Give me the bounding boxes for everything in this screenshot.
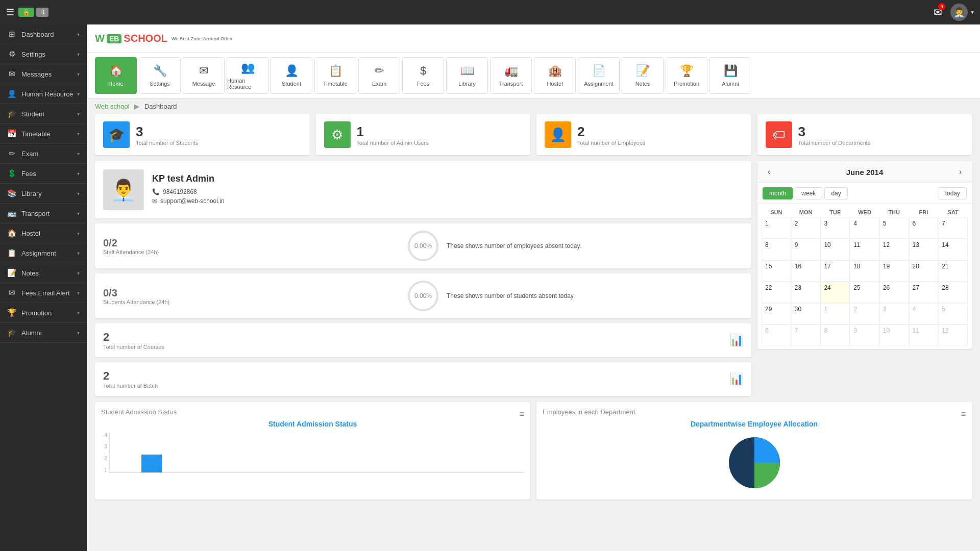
department-chart-menu-icon[interactable]: ≡ <box>961 410 966 419</box>
calendar-cell-29[interactable]: 29 <box>762 303 791 324</box>
calendar-cell-7[interactable]: 7 <box>938 217 968 239</box>
admission-chart-menu-icon[interactable]: ≡ <box>520 410 524 419</box>
breadcrumb-home[interactable]: Web school <box>95 103 130 110</box>
nav-notes[interactable]: 📝 Notes <box>622 57 664 94</box>
calendar-cell-7[interactable]: 7 <box>791 324 821 346</box>
sidebar-item-promotion[interactable]: 🏆 Promotion ▾ <box>0 303 87 323</box>
sidebar-item-student[interactable]: 🎓 Student ▾ <box>0 104 87 124</box>
sidebar-item-transport[interactable]: 🚌 Transport ▾ <box>0 204 87 223</box>
calendar-cell-8[interactable]: 8 <box>762 239 791 260</box>
calendar-cell-11[interactable]: 11 <box>909 324 939 346</box>
calendar-prev-button[interactable]: ‹ <box>765 166 773 178</box>
calendar-cell-2[interactable]: 2 <box>850 303 879 324</box>
sidebar-item-alumni[interactable]: 🎓 Alumni ▾ <box>0 323 87 343</box>
sidebar-item-assignment[interactable]: 📋 Assignment ▾ <box>0 243 87 263</box>
calendar-cell-12[interactable]: 12 <box>938 324 968 346</box>
nav-promotion[interactable]: 🏆 Promotion <box>666 57 707 94</box>
sidebar-item-hostel[interactable]: 🏠 Hostel ▾ <box>0 223 87 243</box>
calendar-cell-24[interactable]: 24 <box>820 282 850 303</box>
calendar-cell-1[interactable]: 1 <box>820 303 850 324</box>
nav-human-resource[interactable]: 👥 Human Resource <box>227 57 268 94</box>
pie-chart <box>724 432 785 493</box>
nav-home[interactable]: 🏠 Home <box>95 57 137 94</box>
calendar-cell-14[interactable]: 14 <box>938 239 968 260</box>
calendar-cell-6[interactable]: 6 <box>762 324 791 346</box>
sidebar-item-settings[interactable]: ⚙ Settings ▾ <box>0 44 87 64</box>
calendar-cell-16[interactable]: 16 <box>791 260 821 282</box>
calendar-cell-10[interactable]: 10 <box>879 324 909 346</box>
nav-assignment[interactable]: 📄 Assignment <box>578 57 620 94</box>
calendar-cell-23[interactable]: 23 <box>791 282 821 303</box>
calendar-cell-9[interactable]: 9 <box>850 324 879 346</box>
calendar-cell-9[interactable]: 9 <box>791 239 821 260</box>
calendar-cell-13[interactable]: 13 <box>909 239 939 260</box>
calendar-day-button[interactable]: day <box>824 187 847 199</box>
calendar-month-button[interactable]: month <box>763 187 793 199</box>
calendar-cell-10[interactable]: 10 <box>820 239 850 260</box>
sidebar-item-fees-email[interactable]: ✉ Fees Email Alert ▾ <box>0 283 87 303</box>
nav-settings[interactable]: 🔧 Settings <box>139 57 181 94</box>
sidebar-item-library[interactable]: 📚 Library ▾ <box>0 184 87 204</box>
sidebar-item-exam[interactable]: ✏ Exam ▾ <box>0 144 87 164</box>
sidebar-item-timetable[interactable]: 📅 Timetable ▾ <box>0 124 87 144</box>
sidebar-item-human-resource[interactable]: 👤 Human Resource ▾ <box>0 84 87 104</box>
sidebar-item-messages[interactable]: ✉ Messages ▾ <box>0 64 87 84</box>
dropdown-arrow: ▾ <box>971 9 974 16</box>
calendar-today-button[interactable]: today <box>939 187 967 199</box>
calendar-cell-30[interactable]: 30 <box>791 303 821 324</box>
dashboard-icon: ⊞ <box>7 30 16 39</box>
sidebar-item-fees[interactable]: 💲 Fees ▾ <box>0 164 87 184</box>
nav-alumni[interactable]: 💾 Alumni <box>709 57 751 94</box>
calendar-cell-3[interactable]: 3 <box>820 217 850 239</box>
calendar-cell-1[interactable]: 1 <box>762 217 791 239</box>
notification-icon[interactable]: ✉ 9 <box>934 6 942 18</box>
calendar-cell-12[interactable]: 12 <box>879 239 909 260</box>
calendar-cell-2[interactable]: 2 <box>791 217 821 239</box>
calendar-cell-26[interactable]: 26 <box>879 282 909 303</box>
calendar-cell-4[interactable]: 4 <box>850 217 879 239</box>
calendar-cell-11[interactable]: 11 <box>850 239 879 260</box>
calendar-cell-6[interactable]: 6 <box>909 217 939 239</box>
students-attendance-card: 0/3 Students Attendance (24h) 0.00% Thes… <box>95 273 751 318</box>
notes-icon: 📝 <box>7 268 16 278</box>
hamburger-icon[interactable]: ☰ <box>6 7 14 18</box>
employees-icon-box: 👤 <box>545 121 571 148</box>
nav-library[interactable]: 📖 Library <box>446 57 488 94</box>
nav-message[interactable]: ✉ Message <box>183 57 225 94</box>
calendar-cell-3[interactable]: 3 <box>879 303 909 324</box>
calendar-cell-20[interactable]: 20 <box>909 260 939 282</box>
nav-fees[interactable]: $ Fees <box>402 57 444 94</box>
calendar-cell-28[interactable]: 28 <box>938 282 968 303</box>
nav-hostel[interactable]: 🏨 Hostel <box>534 57 576 94</box>
sidebar-item-notes[interactable]: 📝 Notes ▾ <box>0 263 87 283</box>
calendar-week-button[interactable]: week <box>795 187 822 199</box>
sidebar-item-dashboard[interactable]: ⊞ Dashboard ▾ <box>0 24 87 44</box>
calendar-cell-21[interactable]: 21 <box>938 260 968 282</box>
chevron-down-icon: ▾ <box>77 131 80 137</box>
calendar-cell-18[interactable]: 18 <box>850 260 879 282</box>
calendar-cell-15[interactable]: 15 <box>762 260 791 282</box>
student-icon: 👤 <box>285 64 299 78</box>
calendar-cell-19[interactable]: 19 <box>879 260 909 282</box>
calendar-cell-22[interactable]: 22 <box>762 282 791 303</box>
bar-chart-y-axis: 4 3 2 1 <box>101 432 109 473</box>
user-menu[interactable]: 👨‍💼 ▾ <box>950 4 974 21</box>
calendar-cell-4[interactable]: 4 <box>909 303 939 324</box>
calendar-cell-27[interactable]: 27 <box>909 282 939 303</box>
nav-student[interactable]: 👤 Student <box>271 57 312 94</box>
profile-info: KP test Admin 📞 9846192868 ✉ support@web… <box>152 173 225 207</box>
courses-chart-icon[interactable]: 📊 <box>729 334 743 347</box>
calendar-cell-8[interactable]: 8 <box>820 324 850 346</box>
nav-timetable[interactable]: 📋 Timetable <box>314 57 356 94</box>
calendar-cell-5[interactable]: 5 <box>879 217 909 239</box>
fees-icon: 💲 <box>7 169 16 178</box>
batch-chart-icon[interactable]: 📊 <box>729 372 743 386</box>
calendar-cell-5[interactable]: 5 <box>938 303 968 324</box>
calendar-next-button[interactable]: › <box>956 166 965 178</box>
logo-w: W <box>95 33 105 44</box>
departments-info: 3 Total number of Departments <box>798 124 871 146</box>
nav-transport[interactable]: 🚛 Transport <box>490 57 532 94</box>
nav-exam[interactable]: ✏ Exam <box>358 57 400 94</box>
calendar-cell-25[interactable]: 25 <box>850 282 879 303</box>
calendar-cell-17[interactable]: 17 <box>820 260 850 282</box>
